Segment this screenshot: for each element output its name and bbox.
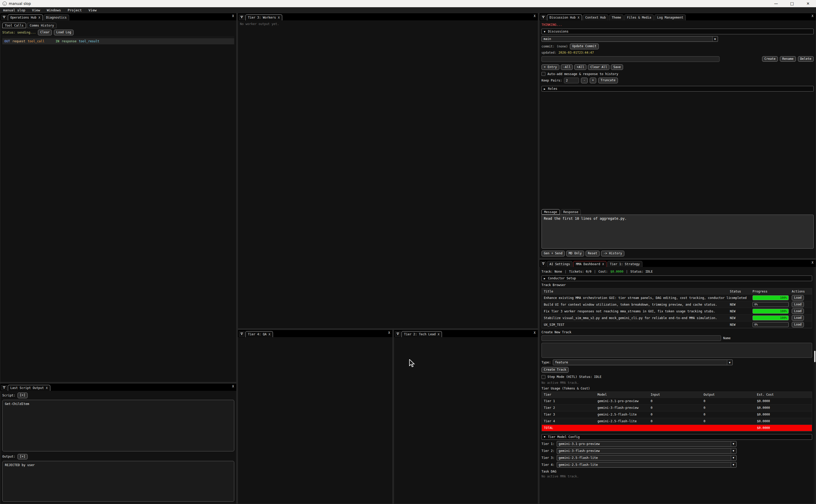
tab-filter-icon[interactable]: ▼ (1, 15, 7, 20)
output-textarea[interactable]: REJECTED by user (2, 461, 234, 502)
subtab-comms-history[interactable]: Comms History (27, 23, 56, 28)
rename-discussion-button[interactable]: Rename (780, 56, 796, 62)
tab-tier2-tech-lead[interactable]: Tier 2: Tech Lead X (401, 331, 442, 337)
panel-close-icon[interactable]: X (534, 14, 536, 18)
tab-close-icon[interactable]: X (438, 333, 440, 336)
tab-filter-icon[interactable]: ▼ (1, 385, 7, 390)
reset-button[interactable]: Reset (586, 251, 600, 256)
conductor-setup-header[interactable]: ▶ Conductor Setup (542, 275, 812, 281)
autoadd-checkbox[interactable] (542, 72, 545, 76)
tab-mma-dashboard[interactable]: MMA Dashboard X (573, 261, 607, 267)
discussion-select[interactable]: main ▼ (542, 36, 718, 42)
panel-close-icon[interactable]: X (232, 385, 234, 388)
gen-send-button[interactable]: Gen + Send (542, 251, 565, 256)
track-type-select[interactable]: feature ▼ (553, 360, 733, 365)
tab-diagnostics[interactable]: Diagnostics (44, 14, 69, 20)
collapse-all-button[interactable]: -All (561, 64, 573, 70)
chevron-down-icon: ▼ (731, 462, 736, 467)
minimize-button[interactable]: — (768, 0, 784, 7)
discussion-name-input[interactable] (542, 56, 720, 62)
tab-message[interactable]: Message (542, 209, 560, 215)
load-log-button[interactable]: Load Log (54, 30, 74, 35)
tab-filter-icon[interactable]: ▼ (540, 15, 546, 20)
update-commit-button[interactable]: Update Commit (570, 44, 599, 49)
menu-project[interactable]: Project (68, 8, 82, 12)
idle-status: Status: IDLE (631, 270, 653, 273)
keep-pairs-input[interactable] (564, 78, 579, 83)
step-mode-checkbox[interactable] (542, 375, 545, 379)
load-track-button[interactable]: Load (792, 308, 804, 314)
script-textarea[interactable]: Get-ChildItem (2, 400, 234, 451)
tab-filter-icon[interactable]: ▼ (395, 331, 401, 337)
tab-last-script-output[interactable]: Last Script Output X (8, 385, 50, 391)
tab-filter-icon[interactable]: ▼ (540, 261, 546, 266)
create-track-button[interactable]: Create Track (542, 367, 569, 373)
keep-pairs-minus-button[interactable]: - (581, 78, 587, 83)
clear-all-button[interactable]: Clear All (588, 64, 609, 70)
tier4-model-select[interactable]: gemini-2.5-flash-lite ▼ (557, 462, 737, 468)
tab-close-icon[interactable]: X (602, 263, 604, 266)
tab-theme[interactable]: Theme (609, 14, 624, 20)
tab-log-management[interactable]: Log Management (655, 14, 686, 20)
menu-view[interactable]: View (32, 8, 40, 12)
panel-close-icon[interactable]: X (534, 331, 536, 335)
tab-tier1-strategy[interactable]: Tier 1: Strategy (607, 261, 642, 267)
tab-discussion-hub[interactable]: Discussion Hub X (547, 14, 582, 20)
roles-section-header[interactable]: ▶ Roles (542, 86, 814, 92)
track-name-input[interactable] (542, 335, 721, 341)
tool-call-row[interactable]: OUT request tool_call IN response tool_r… (2, 38, 234, 44)
tab-filter-icon[interactable]: ▼ (239, 331, 245, 337)
message-textarea[interactable]: Read the first 10 lines of aggregate.py. (542, 215, 814, 249)
discussions-section-header[interactable]: ▼ Discussions (542, 29, 814, 34)
load-track-button[interactable]: Load (792, 295, 804, 301)
clear-button[interactable]: Clear (38, 30, 52, 35)
tab-context-hub[interactable]: Context Hub (583, 14, 608, 20)
menu-windows[interactable]: Windows (47, 8, 61, 12)
menu-manual-slop[interactable]: manual slop (3, 8, 25, 12)
tab-close-icon[interactable]: X (46, 386, 48, 390)
close-button[interactable]: ✕ (800, 0, 816, 7)
tab-files-media[interactable]: Files & Media (624, 14, 654, 20)
load-track-button[interactable]: Load (792, 315, 804, 321)
menu-view-2[interactable]: View (88, 8, 96, 12)
load-track-button[interactable]: Load (792, 302, 804, 307)
panel-close-icon[interactable]: X (812, 14, 813, 18)
tab-close-icon[interactable]: X (269, 333, 270, 336)
keep-pairs-plus-button[interactable]: + (590, 78, 596, 83)
tier-model-config-header[interactable]: ▼ Tier Model Config (542, 434, 812, 440)
tier3-model-select[interactable]: gemini-2.5-flash-lite ▼ (557, 455, 737, 461)
tab-ai-settings[interactable]: AI Settings (547, 261, 572, 267)
delete-discussion-button[interactable]: Delete (798, 56, 814, 62)
tier1-model-select[interactable]: gemini-3.1-pro-preview ▼ (557, 441, 737, 447)
add-entry-button[interactable]: + Entry (542, 64, 559, 70)
expand-all-button[interactable]: +All (574, 64, 586, 70)
md-only-button[interactable]: MD Only (566, 251, 584, 256)
save-button[interactable]: Save (611, 64, 623, 70)
create-discussion-button[interactable]: Create (762, 56, 778, 62)
scrollbar-thumb[interactable] (814, 351, 815, 362)
operations-hub-tabbar: ▼ Operations Hub X Diagnostics X (0, 13, 236, 20)
maximize-button[interactable]: □ (784, 0, 800, 7)
tab-tier3-workers[interactable]: Tier 3: Workers X (245, 14, 282, 20)
tab-tier4-qa[interactable]: Tier 4: QA X (245, 331, 273, 337)
script-expand-button[interactable]: [+] (18, 393, 28, 398)
output-expand-button[interactable]: [+] (18, 454, 28, 460)
tab-close-icon[interactable]: X (578, 16, 579, 19)
track-browser-table: Title Status Progress Actions Enhance ex… (542, 288, 812, 328)
tab-close-icon[interactable]: X (278, 16, 280, 19)
tab-operations-hub[interactable]: Operations Hub X (8, 14, 43, 20)
to-history-button[interactable]: -> History (601, 251, 624, 256)
track-description-textarea[interactable] (542, 343, 812, 358)
tier2-model-select[interactable]: gemini-3-flash-preview ▼ (557, 448, 737, 454)
load-track-button[interactable]: Load (792, 322, 804, 328)
tab-close-icon[interactable]: X (38, 16, 40, 19)
scrollbar-track[interactable] (814, 267, 816, 504)
truncate-button[interactable]: Truncate (598, 78, 618, 83)
panel-close-icon[interactable]: X (232, 14, 234, 18)
tab-response[interactable]: Response (561, 209, 581, 215)
panel-close-icon[interactable]: X (812, 261, 813, 264)
collapsed-icon: ▶ (544, 277, 545, 280)
tab-filter-icon[interactable]: ▼ (239, 15, 245, 20)
subtab-tool-calls[interactable]: Tool Calls (2, 23, 26, 28)
panel-close-icon[interactable]: X (388, 331, 390, 335)
